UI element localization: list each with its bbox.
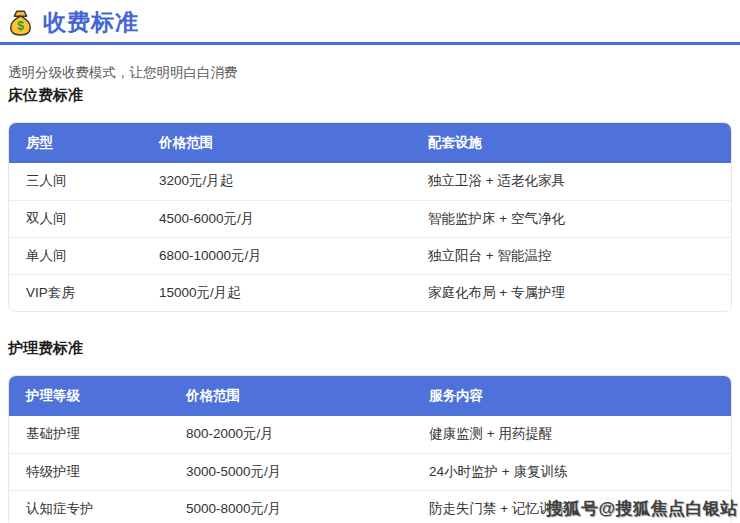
table-row: 特级护理 3000-5000元/月 24小时监护 + 康复训练	[9, 453, 731, 490]
page-title: 收费标准	[43, 8, 139, 36]
cell-room-type: 双人间	[9, 200, 142, 237]
table-row: 基础护理 800-2000元/月 健康监测 + 用药提醒	[9, 416, 731, 453]
cell-price-range: 5000-8000元/月	[169, 490, 412, 523]
cell-price-range: 15000元/月起	[142, 274, 411, 311]
column-header-facilities: 配套设施	[411, 123, 731, 163]
table-row: 单人间 6800-10000元/月 独立阳台 + 智能温控	[9, 237, 731, 274]
cell-room-type: VIP套房	[9, 274, 142, 311]
cell-service-content: 24小时监护 + 康复训练	[412, 453, 731, 490]
intro-text: 透明分级收费模式，让您明明白白消费	[8, 65, 732, 81]
cell-facilities: 智能监护床 + 空气净化	[411, 200, 731, 237]
cell-price-range: 6800-10000元/月	[142, 237, 411, 274]
cell-care-level: 认知症专护	[9, 490, 169, 523]
column-header-room-type: 房型	[9, 123, 142, 163]
cell-care-level: 特级护理	[9, 453, 169, 490]
column-header-service-content: 服务内容	[412, 376, 731, 416]
cell-room-type: 三人间	[9, 163, 142, 200]
title-divider	[0, 42, 740, 45]
section-heading-nursing-fee: 护理费标准	[8, 338, 732, 357]
table-row: 三人间 3200元/月起 独立卫浴 + 适老化家具	[9, 163, 731, 200]
sohu-watermark: 搜狐号@搜狐焦点白银站	[546, 497, 738, 520]
cell-price-range: 3000-5000元/月	[169, 453, 412, 490]
cell-room-type: 单人间	[9, 237, 142, 274]
table-header-row: 护理等级 价格范围 服务内容	[9, 376, 731, 416]
cell-care-level: 基础护理	[9, 416, 169, 453]
cell-price-range: 3200元/月起	[142, 163, 411, 200]
cell-price-range: 800-2000元/月	[169, 416, 412, 453]
page-header: $ 收费标准	[0, 0, 740, 36]
table-row: 双人间 4500-6000元/月 智能监护床 + 空气净化	[9, 200, 731, 237]
bed-fee-table: 房型 价格范围 配套设施 三人间 3200元/月起 独立卫浴 + 适老化家具 双…	[8, 122, 732, 312]
cell-service-content: 健康监测 + 用药提醒	[412, 416, 731, 453]
cell-facilities: 独立阳台 + 智能温控	[411, 237, 731, 274]
cell-facilities: 家庭化布局 + 专属护理	[411, 274, 731, 311]
column-header-care-level: 护理等级	[9, 376, 169, 416]
cell-price-range: 4500-6000元/月	[142, 200, 411, 237]
table-row: VIP套房 15000元/月起 家庭化布局 + 专属护理	[9, 274, 731, 311]
cell-facilities: 独立卫浴 + 适老化家具	[411, 163, 731, 200]
money-bag-icon: $	[7, 9, 34, 36]
dollar-glyph: $	[17, 19, 24, 33]
column-header-price-range: 价格范围	[142, 123, 411, 163]
column-header-price-range: 价格范围	[169, 376, 412, 416]
section-heading-bed-fee: 床位费标准	[8, 85, 732, 104]
table-header-row: 房型 价格范围 配套设施	[9, 123, 731, 163]
